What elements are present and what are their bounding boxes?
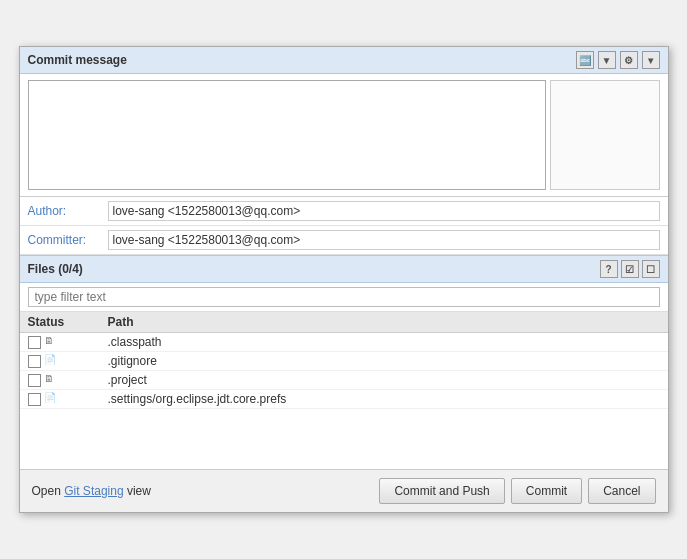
table-row[interactable]: 🗎 .project: [20, 371, 668, 390]
commit-dialog: Commit message 🔤 ▼ ⚙ ▾ Author: Committer…: [19, 46, 669, 513]
footer-buttons: Commit and Push Commit Cancel: [379, 478, 655, 504]
header-icon-group: 🔤 ▼ ⚙ ▾: [576, 51, 660, 69]
dropdown-arrow-icon[interactable]: ▾: [642, 51, 660, 69]
row-path: .gitignore: [108, 354, 660, 368]
file-type-icon: 🗎: [44, 373, 58, 387]
committer-row: Committer:: [20, 226, 668, 255]
row-path: .classpath: [108, 335, 660, 349]
author-row: Author:: [20, 197, 668, 226]
commit-button[interactable]: Commit: [511, 478, 582, 504]
committer-input[interactable]: [108, 230, 660, 250]
commit-and-push-button[interactable]: Commit and Push: [379, 478, 504, 504]
row-status: 🗎: [28, 373, 108, 387]
author-input[interactable]: [108, 201, 660, 221]
files-header-icons: ? ☑ ☐: [600, 260, 660, 278]
filter-icon[interactable]: ▼: [598, 51, 616, 69]
committer-label: Committer:: [28, 233, 108, 247]
commit-message-input[interactable]: [28, 80, 546, 190]
filter-input[interactable]: [28, 287, 660, 307]
file-type-icon: 📄: [44, 392, 58, 406]
row-status: 📄: [28, 354, 108, 368]
file-type-icon: 📄: [44, 354, 58, 368]
spell-check-icon[interactable]: 🔤: [576, 51, 594, 69]
commit-message-title: Commit message: [28, 53, 127, 67]
footer-text: Open Git Staging view: [32, 484, 151, 498]
column-status-header: Status: [28, 315, 108, 329]
commit-side-panel: [550, 80, 660, 190]
help-icon[interactable]: ?: [600, 260, 618, 278]
filter-row: [20, 283, 668, 312]
footer-suffix: view: [124, 484, 151, 498]
cancel-button[interactable]: Cancel: [588, 478, 655, 504]
row-path: .settings/org.eclipse.jdt.core.prefs: [108, 392, 660, 406]
table-row[interactable]: 📄 .gitignore: [20, 352, 668, 371]
clear-all-icon[interactable]: ☐: [642, 260, 660, 278]
row-checkbox[interactable]: [28, 393, 41, 406]
dialog-footer: Open Git Staging view Commit and Push Co…: [20, 469, 668, 512]
row-checkbox[interactable]: [28, 355, 41, 368]
files-section-header: Files (0/4) ? ☑ ☐: [20, 255, 668, 283]
footer-prefix: Open: [32, 484, 65, 498]
table-header: Status Path: [20, 312, 668, 333]
files-empty-space: [20, 409, 668, 469]
row-status: 🗎: [28, 335, 108, 349]
table-row[interactable]: 📄 .settings/org.eclipse.jdt.core.prefs: [20, 390, 668, 409]
commit-message-area: [20, 74, 668, 197]
config-icon[interactable]: ⚙: [620, 51, 638, 69]
row-checkbox[interactable]: [28, 374, 41, 387]
check-all-icon[interactable]: ☑: [621, 260, 639, 278]
author-label: Author:: [28, 204, 108, 218]
row-status: 📄: [28, 392, 108, 406]
git-staging-link[interactable]: Git Staging: [64, 484, 123, 498]
table-row[interactable]: 🗎 .classpath: [20, 333, 668, 352]
files-table: Status Path 🗎 .classpath 📄 .gitignore: [20, 312, 668, 469]
commit-message-section-header: Commit message 🔤 ▼ ⚙ ▾: [20, 47, 668, 74]
files-container: http://blog.csdn.net/ Status Path 🗎 .cla…: [20, 312, 668, 469]
file-type-icon: 🗎: [44, 335, 58, 349]
column-path-header: Path: [108, 315, 660, 329]
row-path: .project: [108, 373, 660, 387]
files-title: Files (0/4): [28, 262, 83, 276]
row-checkbox[interactable]: [28, 336, 41, 349]
